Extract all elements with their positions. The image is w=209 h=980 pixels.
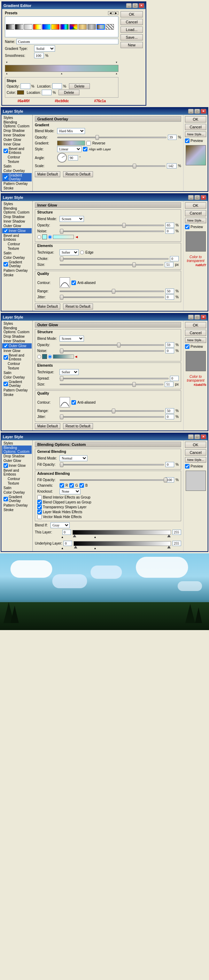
ls3-new-style-button[interactable]: New Style... [185, 337, 206, 343]
ok-button[interactable]: OK [120, 11, 143, 18]
ls4-blend-clipped-check[interactable] [37, 500, 42, 504]
stops-location2-input[interactable] [42, 90, 52, 95]
ls1-item-bevel[interactable]: Bevel and Emboss [2, 146, 32, 155]
ls1-minimize[interactable]: _ [188, 109, 194, 114]
ls3-gradient-check[interactable] [3, 382, 8, 386]
ls3-close[interactable]: ✕ [201, 315, 206, 320]
ls1-gradient-swatch[interactable] [57, 141, 85, 145]
ls2-edge-radio[interactable] [80, 250, 84, 255]
opacity-stop-2[interactable]: ▼ [115, 61, 118, 64]
presets-left-arrow[interactable]: ◀ [108, 11, 113, 15]
ls1-opacity-slider[interactable] [57, 137, 166, 138]
ls3-cancel-button[interactable]: Cancel [185, 330, 206, 336]
ls4-ok-button[interactable]: OK [185, 442, 206, 448]
ls4-inner-glow-check[interactable] [3, 463, 8, 468]
ls1-angle-input[interactable] [68, 155, 78, 161]
ls1-ok-button[interactable]: OK [185, 116, 206, 123]
preset-swatch-9[interactable] [78, 24, 87, 30]
ls1-item-outer-glow[interactable]: Outer Glow [2, 137, 32, 142]
preset-swatch-transparent[interactable] [106, 24, 114, 30]
ls2-size-slider[interactable] [60, 264, 163, 266]
ls2-item-inner-shadow[interactable]: Inner Shadow [2, 219, 32, 224]
ls2-item-satin[interactable]: Satin [2, 251, 32, 255]
ls4-item-color-overlay[interactable]: Color Overlay [2, 490, 32, 495]
ls4-vector-mask-check[interactable] [37, 515, 42, 519]
ls4-item-contour[interactable]: Contour [2, 477, 32, 481]
ls3-noise-slider[interactable] [60, 350, 164, 352]
ls2-range-slider[interactable] [60, 291, 164, 292]
ls1-item-drop-shadow[interactable]: Drop Shadow [2, 128, 32, 133]
color-stop-2[interactable]: ▲ [61, 72, 63, 75]
ls1-item-styles[interactable]: Styles [2, 116, 32, 120]
ls2-item-stroke[interactable]: Stroke [2, 273, 32, 277]
ls3-spread-slider[interactable] [60, 378, 169, 379]
gradient-type-select[interactable]: Solid Noise [34, 45, 55, 52]
ls4-gradient-check[interactable] [3, 497, 8, 501]
ls1-maximize[interactable]: □ [195, 109, 200, 114]
ls4-blend-interior-check[interactable] [37, 495, 42, 500]
ls2-close[interactable]: ✕ [201, 195, 206, 200]
preset-swatch-1[interactable] [6, 24, 14, 30]
ls4-transparency-check[interactable] [37, 505, 42, 509]
ls1-item-stroke[interactable]: Stroke [2, 186, 32, 191]
ls4-item-blending[interactable]: Blending Options: Custom [2, 445, 32, 454]
preset-swatch-7[interactable] [60, 24, 69, 30]
ls2-blend-select[interactable]: Screen [60, 216, 84, 222]
ls2-cancel-button[interactable]: Cancel [185, 210, 206, 216]
ls3-color-swatch[interactable] [42, 354, 47, 359]
ls4-opacity-slider[interactable] [60, 464, 164, 465]
ls2-contour-box[interactable] [60, 277, 70, 288]
preset-swatch-custom[interactable] [97, 24, 105, 30]
presets-right-arrow[interactable]: ▶ [114, 11, 119, 15]
ls4-this-layer-bar[interactable] [73, 530, 171, 535]
ls2-new-style-button[interactable]: New Style... [185, 218, 206, 223]
ls2-range-input[interactable] [165, 288, 174, 294]
ls3-gradient-bar[interactable] [53, 355, 74, 359]
preset-swatch-4[interactable] [33, 24, 41, 30]
ls4-item-inner-glow[interactable]: Inner Glow [2, 463, 32, 468]
ls4-under-min[interactable] [63, 541, 72, 546]
ls1-item-texture[interactable]: Texture [2, 159, 32, 164]
ls2-item-gradient-overlay[interactable]: Gradient Overlay [2, 260, 32, 268]
ls4-item-gradient-overlay[interactable]: Gradient Overlay [2, 495, 32, 503]
ls1-item-inner-shadow[interactable]: Inner Shadow [2, 133, 32, 137]
ls2-item-contour[interactable]: Contour [2, 242, 32, 246]
ls2-jitter-slider[interactable] [60, 296, 164, 298]
ls3-antialias-check[interactable] [71, 400, 76, 405]
ls4-knockout-select[interactable]: None [60, 488, 81, 494]
ls3-gradient-radio[interactable] [48, 355, 52, 359]
ls2-gradient-bar[interactable] [53, 235, 74, 239]
ls2-reset-default[interactable]: Reset to Default [63, 304, 93, 309]
ls2-choke-slider[interactable] [60, 258, 169, 259]
ls4-fill-slider[interactable] [60, 479, 164, 481]
ls1-item-contour[interactable]: Contour [2, 155, 32, 159]
ls2-item-inner-glow[interactable]: Inner Glow [2, 228, 32, 234]
ls3-item-gradient-overlay[interactable]: Gradient Overlay [2, 380, 32, 388]
ls3-item-bevel[interactable]: Bevel and Emboss [2, 353, 32, 361]
ls2-noise-input[interactable] [165, 229, 174, 234]
ls4-new-style-button[interactable]: New Style... [185, 457, 206, 463]
preset-swatch-3[interactable] [24, 24, 32, 30]
minimize-button[interactable]: _ [126, 3, 131, 8]
ls1-item-satin[interactable]: Satin [2, 164, 32, 169]
ls3-item-satin[interactable]: Satin [2, 371, 32, 375]
stops-color-swatch[interactable] [17, 91, 24, 95]
ls3-spread-input[interactable] [170, 376, 179, 381]
name-input[interactable] [16, 39, 119, 44]
ls2-maximize[interactable]: □ [195, 195, 200, 200]
ls2-choke-input[interactable] [170, 256, 179, 261]
ls3-item-drop-shadow[interactable]: Drop Shadow [2, 334, 32, 339]
ls4-underlying-bar[interactable] [73, 541, 171, 546]
ls1-item-color-overlay[interactable]: Color Overlay [2, 169, 32, 173]
close-button[interactable]: ✕ [139, 3, 144, 8]
ls2-size-input[interactable] [165, 262, 173, 267]
ls4-item-bevel[interactable]: Bevel and Emboss [2, 468, 32, 477]
ls4-maximize[interactable]: □ [195, 434, 200, 439]
ls3-item-pattern-overlay[interactable]: Pattern Overlay [2, 388, 32, 393]
maximize-button[interactable]: □ [132, 3, 138, 8]
ls3-preview-check[interactable] [185, 344, 190, 349]
ls2-item-drop-shadow[interactable]: Drop Shadow [2, 215, 32, 219]
ls3-item-inner-shadow[interactable]: Inner Shadow [2, 339, 32, 343]
ls4-under-max[interactable] [173, 541, 181, 546]
ls3-jitter-input[interactable] [165, 414, 174, 419]
